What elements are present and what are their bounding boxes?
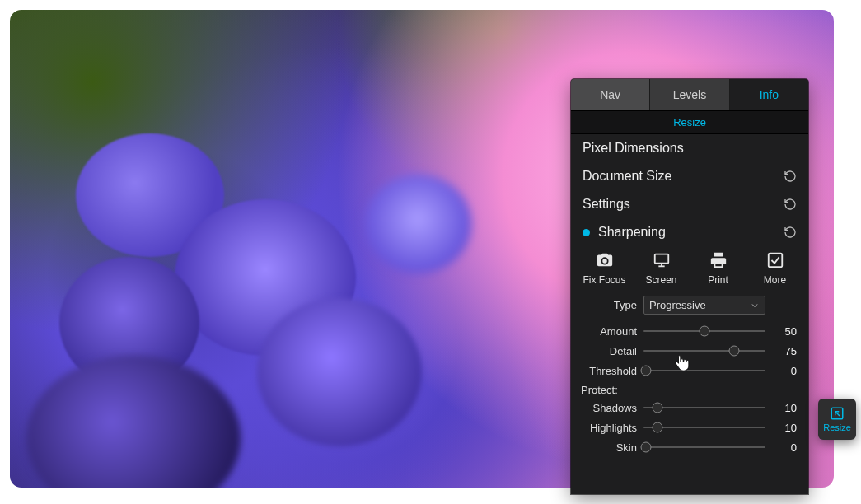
group-label: Document Size <box>583 169 784 184</box>
svg-rect-0 <box>654 254 668 264</box>
highlights-value: 10 <box>772 422 800 434</box>
active-dot-icon <box>583 229 590 236</box>
skin-value: 0 <box>772 441 800 454</box>
skin-slider[interactable] <box>643 440 765 455</box>
type-select[interactable]: Progressive <box>643 296 765 315</box>
shadows-value: 10 <box>772 402 800 414</box>
reset-icon[interactable] <box>784 198 797 211</box>
reset-icon[interactable] <box>784 170 797 183</box>
shadows-row: Shadows 10 <box>571 398 808 418</box>
group-pixel-dimensions[interactable]: Pixel Dimensions <box>571 134 808 162</box>
preset-print[interactable]: Print <box>692 251 745 286</box>
type-row: Type Progressive <box>571 294 808 321</box>
type-label: Type <box>571 299 637 311</box>
check-square-icon <box>766 251 784 269</box>
amount-row: Amount 50 <box>571 321 808 341</box>
detail-label: Detail <box>571 345 637 357</box>
image-decor <box>364 175 471 273</box>
preset-label: Fix Focus <box>583 274 625 286</box>
image-decor <box>26 356 241 488</box>
printer-icon <box>709 251 728 269</box>
highlights-slider[interactable] <box>643 420 765 435</box>
shadows-slider[interactable] <box>643 400 765 415</box>
detail-value: 75 <box>772 345 800 357</box>
svg-line-5 <box>835 412 840 416</box>
sharpening-presets: Fix Focus Screen Print More <box>571 246 808 294</box>
preset-label: More <box>764 274 786 286</box>
amount-value: 50 <box>772 325 800 338</box>
camera-icon <box>596 251 614 269</box>
monitor-icon <box>653 251 671 269</box>
resize-chip-label: Resize <box>823 422 851 432</box>
resize-tool-chip[interactable]: Resize <box>818 399 856 440</box>
type-value: Progressive <box>649 299 706 311</box>
group-label: Sharpening <box>598 225 784 240</box>
highlights-row: Highlights 10 <box>571 418 808 437</box>
detail-slider[interactable] <box>643 343 765 358</box>
preset-screen[interactable]: Screen <box>635 251 688 286</box>
group-sharpening[interactable]: Sharpening <box>571 218 808 246</box>
preset-label: Screen <box>645 274 676 286</box>
preset-label: Print <box>708 274 728 286</box>
group-label: Settings <box>583 197 784 212</box>
image-decor <box>257 298 422 446</box>
shadows-label: Shadows <box>571 402 637 414</box>
skin-label: Skin <box>571 441 637 454</box>
highlights-label: Highlights <box>571 422 637 434</box>
section-resize-title: Resize <box>571 110 808 134</box>
protect-heading: Protect: <box>571 380 808 398</box>
threshold-label: Threshold <box>571 365 637 377</box>
threshold-slider[interactable] <box>643 363 765 378</box>
group-label: Pixel Dimensions <box>583 141 797 156</box>
group-settings[interactable]: Settings <box>571 190 808 218</box>
preset-fix-focus[interactable]: Fix Focus <box>578 251 631 286</box>
resize-icon <box>830 406 845 421</box>
chevron-down-icon <box>750 301 760 310</box>
info-panel: Nav Levels Info Resize Pixel Dimensions … <box>571 79 808 494</box>
tab-levels[interactable]: Levels <box>649 79 728 110</box>
skin-row: Skin 0 <box>571 437 808 457</box>
threshold-row: Threshold 0 <box>571 361 808 380</box>
amount-label: Amount <box>571 325 637 338</box>
reset-icon[interactable] <box>784 226 797 239</box>
tab-info[interactable]: Info <box>729 79 808 110</box>
detail-row: Detail 75 <box>571 341 808 361</box>
threshold-value: 0 <box>772 365 800 377</box>
svg-rect-3 <box>768 254 782 268</box>
group-document-size[interactable]: Document Size <box>571 162 808 190</box>
preset-more[interactable]: More <box>749 251 802 286</box>
amount-slider[interactable] <box>643 324 765 338</box>
panel-tabs: Nav Levels Info <box>571 79 808 110</box>
tab-nav[interactable]: Nav <box>571 79 649 110</box>
